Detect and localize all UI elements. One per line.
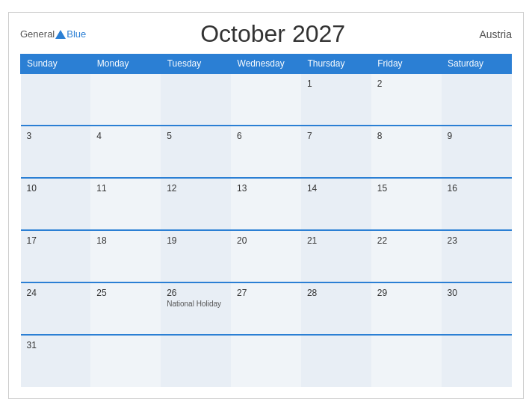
calendar-day-cell: 11 (90, 178, 161, 230)
calendar-day-cell: 21 (301, 230, 371, 282)
calendar-day-cell: 18 (90, 230, 161, 282)
calendar-week-row: 17181920212223 (21, 230, 512, 282)
calendar-day-cell: 13 (231, 178, 301, 230)
calendar-day-cell: 27 (231, 282, 301, 335)
calendar-week-row: 242526National Holiday27282930 (21, 282, 512, 335)
calendar-day-cell (442, 335, 512, 387)
country-label: Austria (460, 28, 512, 40)
calendar-day-cell: 23 (442, 230, 512, 282)
calendar-week-row: 3456789 (21, 126, 512, 178)
calendar-day-cell: 5 (161, 126, 231, 178)
calendar-day-cell: 6 (231, 126, 301, 178)
calendar-day-cell: 10 (21, 178, 91, 230)
day-number: 5 (167, 131, 225, 141)
calendar-day-cell (161, 335, 231, 387)
calendar-day-cell: 29 (371, 282, 442, 335)
calendar-day-cell: 9 (442, 126, 512, 178)
day-number: 8 (377, 131, 436, 141)
day-number: 6 (237, 131, 295, 141)
day-number: 22 (377, 235, 436, 246)
holiday-label: National Holiday (167, 300, 225, 308)
calendar-table: Sunday Monday Tuesday Wednesday Thursday… (20, 54, 512, 387)
day-number: 9 (448, 131, 506, 141)
calendar-day-cell: 3 (21, 126, 91, 178)
calendar-week-row: 10111213141516 (21, 178, 512, 230)
day-number: 19 (167, 235, 225, 246)
logo-blue-text: Blue (66, 29, 86, 39)
calendar-day-cell: 8 (371, 126, 442, 178)
day-number: 25 (96, 288, 155, 298)
day-number: 20 (237, 235, 295, 246)
calendar-day-cell (442, 73, 512, 126)
day-number: 28 (307, 288, 365, 298)
day-number: 17 (27, 235, 85, 246)
day-number: 13 (237, 183, 295, 194)
day-number: 4 (96, 131, 155, 141)
day-number: 23 (448, 235, 506, 246)
calendar-day-cell: 25 (90, 282, 161, 335)
calendar-day-cell (231, 73, 301, 126)
day-number: 11 (96, 183, 155, 194)
calendar-day-cell (161, 73, 231, 126)
day-number: 27 (237, 288, 295, 298)
day-number: 12 (167, 183, 225, 194)
calendar-day-cell: 26National Holiday (161, 282, 231, 335)
day-number: 15 (377, 183, 436, 194)
day-number: 16 (448, 183, 506, 194)
calendar-day-cell (90, 73, 161, 126)
day-number: 2 (377, 78, 436, 89)
calendar-container: General Blue October 2027 Austria Sunday… (8, 12, 524, 399)
day-number: 29 (377, 288, 436, 298)
calendar-day-cell: 20 (231, 230, 301, 282)
calendar-week-row: 12 (21, 73, 512, 126)
day-number: 10 (27, 183, 85, 194)
day-number: 18 (96, 235, 155, 246)
logo-general-text: General (20, 29, 55, 39)
calendar-day-cell: 1 (301, 73, 371, 126)
weekday-header-row: Sunday Monday Tuesday Wednesday Thursday… (21, 55, 512, 74)
calendar-day-cell (21, 73, 91, 126)
calendar-day-cell: 14 (301, 178, 371, 230)
header-wednesday: Wednesday (231, 55, 301, 74)
calendar-day-cell (90, 335, 161, 387)
day-number: 31 (27, 340, 85, 350)
calendar-day-cell: 4 (90, 126, 161, 178)
calendar-day-cell: 15 (371, 178, 442, 230)
calendar-day-cell: 17 (21, 230, 91, 282)
header-monday: Monday (90, 55, 161, 74)
calendar-day-cell: 28 (301, 282, 371, 335)
header-saturday: Saturday (442, 55, 512, 74)
header-thursday: Thursday (301, 55, 371, 74)
calendar-day-cell (301, 335, 371, 387)
header-tuesday: Tuesday (161, 55, 231, 74)
calendar-day-cell: 2 (371, 73, 442, 126)
month-title: October 2027 (86, 20, 460, 48)
day-number: 26 (167, 288, 225, 298)
calendar-day-cell (231, 335, 301, 387)
header-friday: Friday (371, 55, 442, 74)
calendar-day-cell: 24 (21, 282, 91, 335)
calendar-day-cell (371, 335, 442, 387)
logo-triangle-icon (55, 30, 66, 39)
day-number: 14 (307, 183, 365, 194)
day-number: 24 (27, 288, 85, 298)
calendar-day-cell: 30 (442, 282, 512, 335)
calendar-week-row: 31 (21, 335, 512, 387)
calendar-day-cell: 31 (21, 335, 91, 387)
calendar-day-cell: 16 (442, 178, 512, 230)
header-sunday: Sunday (21, 55, 91, 74)
calendar-day-cell: 12 (161, 178, 231, 230)
day-number: 30 (448, 288, 506, 298)
calendar-day-cell: 7 (301, 126, 371, 178)
day-number: 1 (307, 78, 365, 89)
calendar-header: General Blue October 2027 Austria (20, 20, 512, 48)
day-number: 7 (307, 131, 365, 141)
logo: General Blue (20, 29, 86, 39)
calendar-day-cell: 19 (161, 230, 231, 282)
day-number: 21 (307, 235, 365, 246)
calendar-day-cell: 22 (371, 230, 442, 282)
day-number: 3 (27, 131, 85, 141)
